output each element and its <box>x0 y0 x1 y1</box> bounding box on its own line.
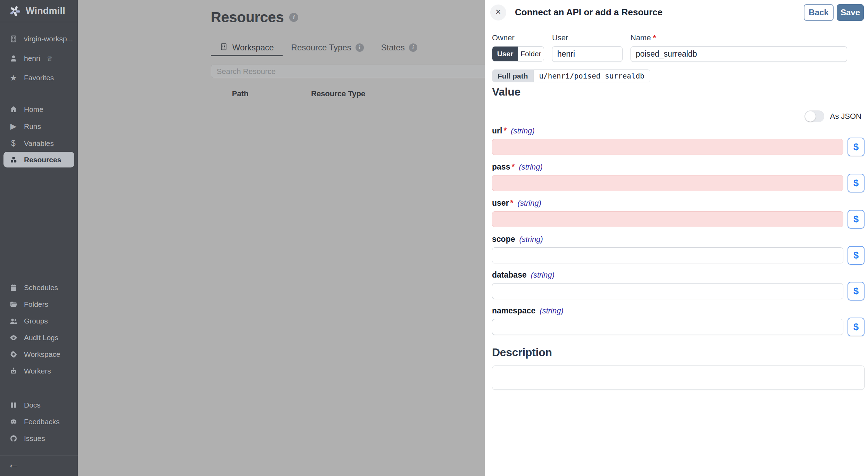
as-json-label: As JSON <box>830 112 861 121</box>
sidebar-item-workspace-settings[interactable]: Workspace <box>0 346 78 363</box>
star-icon: ★ <box>9 74 18 82</box>
value-heading: Value <box>492 85 520 98</box>
sidebar-item-label: Issues <box>24 434 45 443</box>
workspace-name: virgin-worksp... <box>24 35 73 43</box>
field-row-namespace: namespace(string) $ <box>492 306 865 336</box>
owner-option-user[interactable]: User <box>492 47 518 61</box>
insert-variable-button[interactable]: $ <box>848 282 865 301</box>
app-title: Windmill <box>26 6 65 16</box>
github-icon <box>9 434 18 443</box>
sidebar-item-audit-logs[interactable]: Audit Logs <box>0 329 78 346</box>
description-heading: Description <box>492 346 552 359</box>
sidebar: Windmill virgin-worksp... <box>0 0 78 476</box>
owner-toggle: User Folder <box>492 46 544 61</box>
as-json-toggle[interactable] <box>804 110 824 122</box>
sidebar-item-docs[interactable]: Docs <box>0 397 78 413</box>
sidebar-item-home[interactable]: Home <box>0 101 78 118</box>
sidebar-item-label: Audit Logs <box>24 334 58 342</box>
sidebar-item-schedules[interactable]: Schedules <box>0 279 78 296</box>
name-label: Name * <box>631 33 847 42</box>
insert-variable-button[interactable]: $ <box>848 138 865 156</box>
database-input[interactable] <box>492 283 843 299</box>
insert-variable-button[interactable]: $ <box>848 318 865 336</box>
sidebar-item-label: Schedules <box>24 284 58 292</box>
sidebar-item-label: Favorites <box>24 74 54 82</box>
sidebar-item-label: Folders <box>24 300 48 309</box>
info-icon[interactable]: i <box>356 43 364 52</box>
cubes-icon <box>9 156 18 164</box>
sidebar-item-workspace-switcher[interactable]: virgin-worksp... <box>0 29 78 49</box>
page-title: Resources <box>211 9 284 26</box>
save-button[interactable]: Save <box>837 4 864 21</box>
sidebar-item-label: Variables <box>24 139 54 148</box>
tab-label: Resource Types <box>291 43 351 52</box>
owner-user-input[interactable] <box>552 46 623 62</box>
sidebar-item-issues[interactable]: Issues <box>0 430 78 447</box>
sidebar-item-label: Home <box>24 105 43 114</box>
tab-label: Workspace <box>232 43 274 52</box>
crown-icon: ♕ <box>47 55 53 63</box>
sidebar-item-runs[interactable]: ▶ Runs <box>0 118 78 135</box>
sidebar-item-user[interactable]: henri ♕ <box>0 49 78 68</box>
full-path-value: u/henri/poised_surrealdb <box>534 70 650 82</box>
full-path-label: Full path <box>492 70 534 82</box>
field-row-user: user*(string) $ <box>492 198 865 229</box>
building-icon <box>219 42 228 53</box>
scope-input[interactable] <box>492 247 843 263</box>
sidebar-item-label: Resources <box>24 156 61 164</box>
insert-variable-button[interactable]: $ <box>848 174 865 192</box>
tab-states[interactable]: States i <box>373 40 426 56</box>
back-button[interactable]: Back <box>804 4 834 21</box>
sidebar-item-folders[interactable]: Folders <box>0 296 78 313</box>
field-row-scope: scope(string) $ <box>492 235 865 265</box>
owner-label: Owner <box>492 33 544 42</box>
windmill-logo-icon <box>9 5 21 17</box>
sidebar-item-label: Workers <box>24 367 51 375</box>
gear-icon <box>9 350 18 359</box>
eye-icon <box>9 334 18 342</box>
sidebar-item-groups[interactable]: Groups <box>0 313 78 329</box>
tab-resource-types[interactable]: Resource Types i <box>283 40 373 56</box>
sidebar-item-label: Docs <box>24 401 41 409</box>
field-row-database: database(string) $ <box>492 270 865 301</box>
home-icon <box>9 105 18 114</box>
windmill-logo[interactable]: Windmill <box>0 0 78 22</box>
full-path: Full path u/henri/poised_surrealdb <box>492 69 650 82</box>
users-icon <box>9 317 18 325</box>
sidebar-item-label: Workspace <box>24 350 60 359</box>
info-icon[interactable]: i <box>289 13 298 22</box>
table-header-path: Path <box>232 89 249 98</box>
robot-icon <box>9 367 18 375</box>
table-header-resource-type: Resource Type <box>311 89 365 98</box>
namespace-input[interactable] <box>492 319 843 335</box>
close-icon[interactable]: × <box>490 5 506 20</box>
drawer-title: Connect an API or add a Resource <box>515 7 804 18</box>
building-icon <box>9 35 18 43</box>
play-icon: ▶ <box>9 122 18 130</box>
tab-workspace[interactable]: Workspace <box>211 40 283 56</box>
owner-option-folder[interactable]: Folder <box>518 47 544 61</box>
user-name: henri <box>24 54 40 63</box>
sidebar-item-workers[interactable]: Workers <box>0 363 78 379</box>
user-input[interactable] <box>492 211 843 227</box>
user-label: User <box>552 33 623 42</box>
pass-input[interactable] <box>492 175 843 191</box>
sidebar-item-resources[interactable]: Resources <box>3 152 74 167</box>
resource-drawer: × Connect an API or add a Resource Back … <box>485 0 868 476</box>
url-input[interactable] <box>492 139 843 155</box>
discord-icon <box>9 418 18 426</box>
sidebar-item-favorites[interactable]: ★ Favorites <box>0 68 78 88</box>
sidebar-item-variables[interactable]: $ Variables <box>0 135 78 152</box>
info-icon[interactable]: i <box>409 43 417 52</box>
windmill-app: Windmill virgin-worksp... <box>0 0 868 476</box>
insert-variable-button[interactable]: $ <box>848 246 865 265</box>
insert-variable-button[interactable]: $ <box>848 210 865 229</box>
calendar-icon <box>9 284 18 292</box>
book-icon <box>9 401 18 409</box>
description-textarea[interactable] <box>492 366 865 390</box>
sidebar-item-feedbacks[interactable]: Feedbacks <box>0 413 78 430</box>
resources-tabs: Workspace Resource Types i States i <box>211 40 426 56</box>
resource-name-input[interactable] <box>631 46 847 62</box>
sidebar-item-label: Feedbacks <box>24 418 60 426</box>
collapse-sidebar-button[interactable]: ← <box>8 458 19 470</box>
